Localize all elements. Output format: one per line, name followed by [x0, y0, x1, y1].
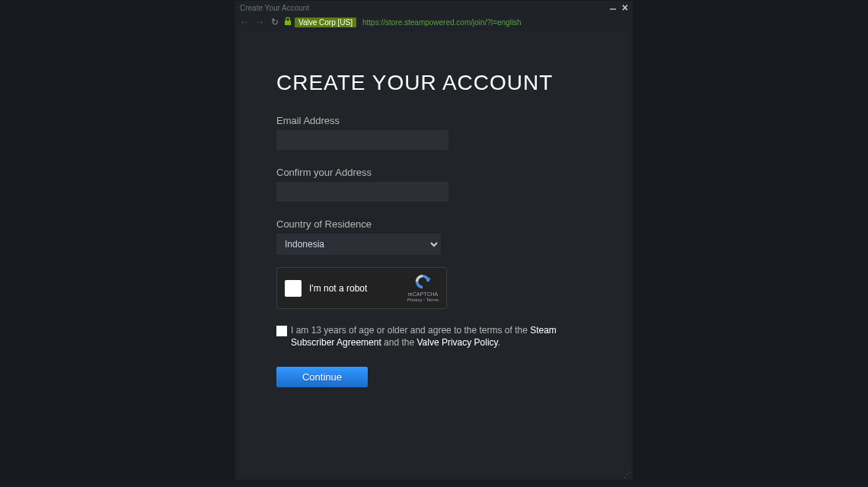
addressbar: ← → ↻ Valve Corp [US] https://store.stea…	[235, 14, 633, 30]
email-label: Email Address	[276, 115, 592, 126]
agreement-checkbox[interactable]	[276, 326, 287, 336]
recaptcha-icon	[413, 274, 432, 291]
recaptcha-terms[interactable]: Privacy - Terms	[407, 298, 439, 302]
agreement-suffix-text: .	[498, 337, 500, 348]
resize-grip-icon[interactable]: ⋰	[624, 471, 631, 479]
window-controls: ×	[610, 4, 628, 11]
titlebar: Create Your Account ×	[235, 1, 633, 14]
forward-icon[interactable]: →	[254, 16, 266, 28]
minimize-icon[interactable]	[610, 8, 616, 10]
email-group: Email Address	[276, 115, 592, 150]
content-area: CREATE YOUR ACCOUNT Email Address Confir…	[238, 31, 630, 477]
recaptcha-brand: reCAPTCHA	[408, 291, 439, 297]
continue-button[interactable]: Continue	[276, 367, 368, 387]
email-field[interactable]	[276, 130, 448, 150]
agreement-row: I am 13 years of age or older and agree …	[276, 324, 592, 349]
close-icon[interactable]: ×	[622, 4, 628, 11]
browser-window: Create Your Account × ← → ↻ Valve Corp […	[235, 1, 633, 480]
agreement-prefix-text: I am 13 years of age or older and agree …	[291, 325, 530, 336]
back-icon[interactable]: ←	[238, 16, 251, 28]
agreement-text: I am 13 years of age or older and agree …	[291, 324, 592, 349]
privacy-policy-link[interactable]: Valve Privacy Policy	[416, 337, 497, 348]
country-label: Country of Residence	[276, 218, 592, 230]
country-select[interactable]: Indonesia	[276, 234, 441, 255]
agreement-mid-text: and the	[381, 337, 417, 348]
lock-icon	[284, 17, 292, 27]
cert-badge: Valve Corp [US]	[295, 18, 356, 27]
url-text[interactable]: https://store.steampowered.com/join/?l=e…	[359, 18, 522, 27]
confirm-email-label: Confirm your Address	[276, 167, 592, 178]
page-title: CREATE YOUR ACCOUNT	[276, 71, 592, 95]
refresh-icon[interactable]: ↻	[269, 17, 281, 27]
recaptcha-logo: reCAPTCHA Privacy - Terms	[407, 274, 439, 302]
confirm-email-group: Confirm your Address	[276, 167, 592, 202]
recaptcha-widget: I'm not a robot reCAPTCHA Privacy - Term…	[276, 267, 447, 309]
window-title: Create Your Account	[240, 4, 610, 12]
recaptcha-checkbox[interactable]	[285, 280, 302, 297]
recaptcha-label: I'm not a robot	[309, 283, 407, 294]
confirm-email-field[interactable]	[276, 182, 448, 202]
country-group: Country of Residence Indonesia	[276, 218, 592, 255]
